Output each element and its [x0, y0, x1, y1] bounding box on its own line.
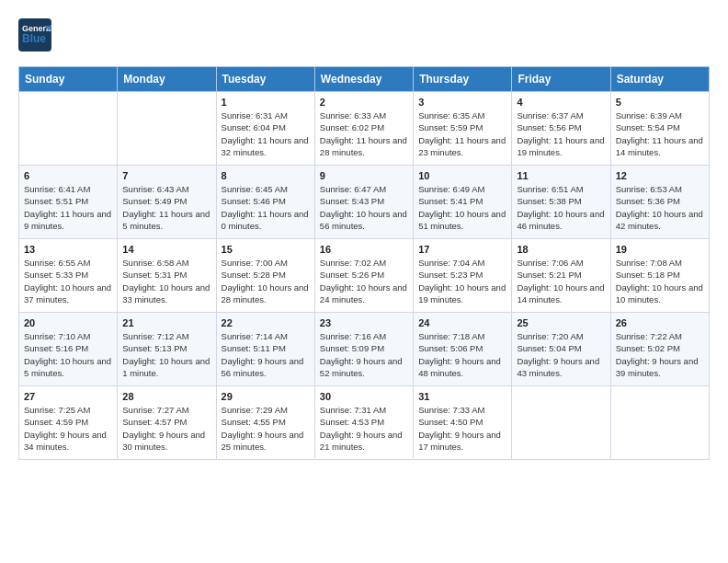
- day-info: Sunrise: 7:02 AM Sunset: 5:26 PM Dayligh…: [320, 257, 408, 305]
- day-number: 25: [517, 317, 605, 328]
- calendar-cell: [19, 92, 118, 166]
- week-row-5: 27Sunrise: 7:25 AM Sunset: 4:59 PM Dayli…: [19, 386, 710, 460]
- day-info: Sunrise: 6:45 AM Sunset: 5:46 PM Dayligh…: [222, 183, 310, 232]
- day-number: 21: [122, 317, 210, 328]
- calendar-cell: 1Sunrise: 6:31 AM Sunset: 6:04 PM Daylig…: [216, 92, 314, 166]
- day-info: Sunrise: 7:31 AM Sunset: 4:53 PM Dayligh…: [320, 404, 408, 453]
- day-info: Sunrise: 6:31 AM Sunset: 6:04 PM Dayligh…: [222, 109, 310, 158]
- day-info: Sunrise: 6:55 AM Sunset: 5:33 PM Dayligh…: [24, 257, 112, 305]
- day-number: 30: [320, 391, 408, 402]
- calendar-cell: 2Sunrise: 6:33 AM Sunset: 6:02 PM Daylig…: [314, 92, 413, 166]
- day-info: Sunrise: 7:12 AM Sunset: 5:13 PM Dayligh…: [122, 330, 210, 379]
- day-number: 18: [517, 244, 605, 255]
- calendar-cell: 4Sunrise: 6:37 AM Sunset: 5:56 PM Daylig…: [512, 92, 610, 166]
- day-info: Sunrise: 7:14 AM Sunset: 5:11 PM Dayligh…: [222, 330, 310, 379]
- day-info: Sunrise: 7:29 AM Sunset: 4:55 PM Dayligh…: [222, 404, 310, 453]
- day-info: Sunrise: 7:00 AM Sunset: 5:28 PM Dayligh…: [222, 257, 310, 305]
- calendar-cell: 7Sunrise: 6:43 AM Sunset: 5:49 PM Daylig…: [118, 166, 216, 239]
- calendar-cell: 19Sunrise: 7:08 AM Sunset: 5:18 PM Dayli…: [610, 239, 709, 313]
- day-info: Sunrise: 6:43 AM Sunset: 5:49 PM Dayligh…: [122, 183, 210, 232]
- header-day-wednesday: Wednesday: [314, 67, 413, 92]
- day-number: 22: [222, 317, 310, 328]
- day-number: 10: [418, 170, 506, 181]
- calendar-cell: 25Sunrise: 7:20 AM Sunset: 5:04 PM Dayli…: [512, 313, 610, 386]
- day-info: Sunrise: 6:37 AM Sunset: 5:56 PM Dayligh…: [517, 109, 605, 158]
- calendar-header: SundayMondayTuesdayWednesdayThursdayFrid…: [19, 67, 710, 92]
- calendar-cell: 6Sunrise: 6:41 AM Sunset: 5:51 PM Daylig…: [19, 166, 118, 239]
- calendar-cell: 26Sunrise: 7:22 AM Sunset: 5:02 PM Dayli…: [610, 313, 709, 386]
- calendar-cell: 31Sunrise: 7:33 AM Sunset: 4:50 PM Dayli…: [414, 386, 512, 460]
- day-info: Sunrise: 6:41 AM Sunset: 5:51 PM Dayligh…: [24, 183, 112, 232]
- day-number: 3: [418, 97, 506, 108]
- calendar-table: SundayMondayTuesdayWednesdayThursdayFrid…: [18, 66, 710, 460]
- calendar-cell: 15Sunrise: 7:00 AM Sunset: 5:28 PM Dayli…: [216, 239, 314, 313]
- svg-text:Blue: Blue: [22, 32, 46, 45]
- day-number: 17: [418, 244, 506, 255]
- day-number: 1: [222, 97, 310, 108]
- day-info: Sunrise: 6:51 AM Sunset: 5:38 PM Dayligh…: [517, 183, 605, 232]
- calendar-cell: [118, 92, 216, 166]
- day-info: Sunrise: 7:10 AM Sunset: 5:16 PM Dayligh…: [24, 330, 112, 379]
- calendar-cell: 18Sunrise: 7:06 AM Sunset: 5:21 PM Dayli…: [512, 239, 610, 313]
- day-info: Sunrise: 7:25 AM Sunset: 4:59 PM Dayligh…: [24, 404, 112, 453]
- day-info: Sunrise: 7:27 AM Sunset: 4:57 PM Dayligh…: [122, 404, 210, 453]
- day-number: 5: [616, 97, 704, 108]
- day-info: Sunrise: 7:33 AM Sunset: 4:50 PM Dayligh…: [418, 404, 506, 453]
- week-row-1: 1Sunrise: 6:31 AM Sunset: 6:04 PM Daylig…: [19, 92, 710, 166]
- logo: General Blue: [18, 18, 55, 52]
- calendar-cell: 5Sunrise: 6:39 AM Sunset: 5:54 PM Daylig…: [610, 92, 709, 166]
- calendar-cell: 27Sunrise: 7:25 AM Sunset: 4:59 PM Dayli…: [19, 386, 118, 460]
- day-info: Sunrise: 7:16 AM Sunset: 5:09 PM Dayligh…: [320, 330, 408, 379]
- day-info: Sunrise: 7:04 AM Sunset: 5:23 PM Dayligh…: [418, 257, 506, 305]
- day-number: 15: [222, 244, 310, 255]
- day-info: Sunrise: 6:49 AM Sunset: 5:41 PM Dayligh…: [418, 183, 506, 232]
- calendar-cell: 9Sunrise: 6:47 AM Sunset: 5:43 PM Daylig…: [314, 166, 413, 239]
- calendar-cell: 10Sunrise: 6:49 AM Sunset: 5:41 PM Dayli…: [414, 166, 512, 239]
- day-number: 11: [517, 170, 605, 181]
- calendar-cell: 14Sunrise: 6:58 AM Sunset: 5:31 PM Dayli…: [118, 239, 216, 313]
- calendar-cell: 28Sunrise: 7:27 AM Sunset: 4:57 PM Dayli…: [118, 386, 216, 460]
- week-row-2: 6Sunrise: 6:41 AM Sunset: 5:51 PM Daylig…: [19, 166, 710, 239]
- calendar-cell: 3Sunrise: 6:35 AM Sunset: 5:59 PM Daylig…: [414, 92, 512, 166]
- day-number: 8: [222, 170, 310, 181]
- day-number: 9: [320, 170, 408, 181]
- day-info: Sunrise: 6:58 AM Sunset: 5:31 PM Dayligh…: [122, 257, 210, 305]
- day-info: Sunrise: 7:20 AM Sunset: 5:04 PM Dayligh…: [517, 330, 605, 379]
- day-number: 16: [320, 244, 408, 255]
- calendar-cell: 13Sunrise: 6:55 AM Sunset: 5:33 PM Dayli…: [19, 239, 118, 313]
- calendar-cell: 8Sunrise: 6:45 AM Sunset: 5:46 PM Daylig…: [216, 166, 314, 239]
- day-info: Sunrise: 7:18 AM Sunset: 5:06 PM Dayligh…: [418, 330, 506, 379]
- header-day-thursday: Thursday: [414, 67, 512, 92]
- day-number: 14: [122, 244, 210, 255]
- day-number: 23: [320, 317, 408, 328]
- calendar-body: 1Sunrise: 6:31 AM Sunset: 6:04 PM Daylig…: [19, 92, 710, 460]
- day-info: Sunrise: 6:53 AM Sunset: 5:36 PM Dayligh…: [616, 183, 704, 232]
- week-row-4: 20Sunrise: 7:10 AM Sunset: 5:16 PM Dayli…: [19, 313, 710, 386]
- header-day-saturday: Saturday: [610, 67, 709, 92]
- day-number: 29: [222, 391, 310, 402]
- calendar-cell: 17Sunrise: 7:04 AM Sunset: 5:23 PM Dayli…: [414, 239, 512, 313]
- day-number: 26: [616, 317, 704, 328]
- day-number: 20: [24, 317, 112, 328]
- day-number: 24: [418, 317, 506, 328]
- header-day-friday: Friday: [512, 67, 610, 92]
- calendar-cell: 23Sunrise: 7:16 AM Sunset: 5:09 PM Dayli…: [314, 313, 413, 386]
- header-day-monday: Monday: [118, 67, 216, 92]
- day-number: 2: [320, 97, 408, 108]
- calendar-cell: 16Sunrise: 7:02 AM Sunset: 5:26 PM Dayli…: [314, 239, 413, 313]
- day-number: 7: [122, 170, 210, 181]
- day-number: 28: [122, 391, 210, 402]
- calendar-cell: 12Sunrise: 6:53 AM Sunset: 5:36 PM Dayli…: [610, 166, 709, 239]
- header-day-tuesday: Tuesday: [216, 67, 314, 92]
- calendar-cell: 11Sunrise: 6:51 AM Sunset: 5:38 PM Dayli…: [512, 166, 610, 239]
- day-number: 27: [24, 391, 112, 402]
- day-number: 4: [517, 97, 605, 108]
- calendar-cell: 21Sunrise: 7:12 AM Sunset: 5:13 PM Dayli…: [118, 313, 216, 386]
- day-number: 19: [616, 244, 704, 255]
- day-info: Sunrise: 6:35 AM Sunset: 5:59 PM Dayligh…: [418, 109, 506, 158]
- day-number: 6: [24, 170, 112, 181]
- day-info: Sunrise: 7:08 AM Sunset: 5:18 PM Dayligh…: [616, 257, 704, 305]
- day-info: Sunrise: 6:33 AM Sunset: 6:02 PM Dayligh…: [320, 109, 408, 158]
- header-day-sunday: Sunday: [19, 67, 118, 92]
- page-header: General Blue: [18, 18, 710, 52]
